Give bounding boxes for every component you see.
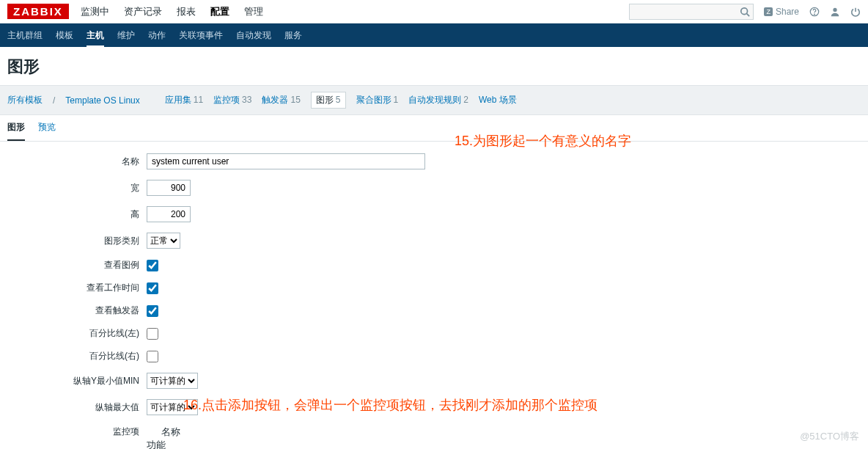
- tab-discovery-rules-count: 2: [463, 95, 468, 105]
- search-icon: [740, 7, 750, 17]
- th-func: 功能: [147, 439, 235, 449]
- th-name: 名称: [161, 426, 323, 439]
- tab-discovery-rules[interactable]: 自动发现规则: [408, 95, 461, 105]
- page-title: 图形: [0, 47, 868, 85]
- watermark: @51CTO博客: [800, 430, 859, 443]
- items-table-header: 名称 功能 绘图风格 纵轴Y侧 颜色 动作: [147, 426, 861, 449]
- width-input[interactable]: [147, 180, 191, 196]
- tab-items-count: 33: [242, 95, 251, 105]
- tab-triggers-count: 15: [290, 95, 300, 105]
- help-icon[interactable]: [809, 7, 820, 17]
- breadcrumb-separator: /: [53, 95, 55, 106]
- subnav-hosts[interactable]: 主机: [87, 23, 104, 48]
- top-right: Z Share: [629, 4, 861, 20]
- subnav-maintenance[interactable]: 维护: [117, 23, 135, 48]
- logo: ZABBIX: [7, 4, 69, 19]
- svg-point-4: [833, 7, 836, 11]
- subnav-discovery[interactable]: 自动发现: [236, 23, 271, 48]
- triggers-label: 查看触发器: [7, 304, 147, 317]
- tab-applications-count: 11: [194, 95, 203, 105]
- type-select[interactable]: 正常: [147, 233, 180, 249]
- tab-items[interactable]: 监控项: [213, 95, 240, 105]
- ymax-label: 纵轴最大值: [7, 401, 147, 414]
- svg-point-3: [814, 14, 815, 15]
- percent-left-label: 百分比线(左): [7, 327, 147, 340]
- share-link[interactable]: Z Share: [764, 7, 799, 17]
- user-icon[interactable]: [830, 7, 840, 17]
- svg-line-1: [747, 13, 750, 16]
- width-label: 宽: [7, 182, 147, 194]
- percent-right-label: 百分比线(右): [7, 350, 147, 362]
- subnav-templates[interactable]: 模板: [56, 23, 73, 48]
- tab-screens-count: 1: [394, 95, 399, 105]
- worktime-checkbox[interactable]: [147, 282, 158, 294]
- form-tab-graph[interactable]: 图形: [7, 115, 25, 141]
- tab-screens[interactable]: 聚合图形: [356, 95, 391, 105]
- height-input[interactable]: [147, 206, 191, 222]
- ymin-select[interactable]: 可计算的: [147, 373, 198, 389]
- name-label: 名称: [7, 156, 147, 168]
- filter-bar: 所有模板 / Template OS Linux 应用集11 监控项33 触发器…: [0, 85, 868, 115]
- tab-applications[interactable]: 应用集: [165, 95, 191, 105]
- ymin-label: 纵轴Y最小值MIN: [7, 375, 147, 387]
- nav-administration[interactable]: 管理: [244, 1, 263, 23]
- items-label: 监控项: [7, 426, 147, 438]
- share-badge-icon: Z: [764, 7, 773, 16]
- power-icon[interactable]: [850, 7, 861, 17]
- nav-inventory[interactable]: 资产记录: [124, 1, 162, 23]
- legend-label: 查看图例: [7, 259, 147, 271]
- sub-nav: 主机群组 模板 主机 维护 动作 关联项事件 自动发现 服务: [0, 23, 868, 47]
- worktime-label: 查看工作时间: [7, 282, 147, 294]
- name-input[interactable]: [147, 153, 425, 169]
- subnav-actions[interactable]: 动作: [148, 23, 166, 48]
- tab-graphs[interactable]: 图形5: [311, 92, 346, 109]
- annotation-16: 16.点击添加按钮，会弹出一个监控项按钮，去找刚才添加的那个监控项: [183, 396, 597, 414]
- form-tabs: 图形 预览: [0, 115, 868, 142]
- form-tab-preview[interactable]: 预览: [38, 115, 56, 141]
- share-label: Share: [776, 7, 799, 17]
- triggers-checkbox[interactable]: [147, 305, 158, 317]
- height-label: 高: [7, 208, 147, 221]
- legend-checkbox[interactable]: [147, 260, 158, 271]
- nav-monitoring[interactable]: 监测中: [81, 1, 109, 23]
- tab-triggers[interactable]: 触发器: [262, 95, 288, 105]
- breadcrumb-template[interactable]: Template OS Linux: [65, 95, 139, 106]
- annotation-15: 15.为图形起一个有意义的名字: [455, 132, 631, 150]
- top-bar: ZABBIX 监测中 资产记录 报表 配置 管理 Z Share: [0, 0, 868, 23]
- subnav-hostgroups[interactable]: 主机群组: [7, 23, 43, 48]
- percent-right-checkbox[interactable]: [147, 351, 158, 362]
- nav-reports[interactable]: 报表: [177, 1, 196, 23]
- percent-left-checkbox[interactable]: [147, 328, 158, 340]
- nav-configuration[interactable]: 配置: [210, 1, 229, 23]
- type-label: 图形类别: [7, 235, 147, 247]
- subnav-services[interactable]: 服务: [284, 23, 302, 48]
- breadcrumb-all-templates[interactable]: 所有模板: [7, 94, 43, 106]
- top-nav: 监测中 资产记录 报表 配置 管理: [81, 1, 630, 23]
- svg-point-0: [741, 7, 748, 14]
- tab-web-scenarios[interactable]: Web 场景: [479, 95, 517, 105]
- search-input[interactable]: [629, 4, 754, 20]
